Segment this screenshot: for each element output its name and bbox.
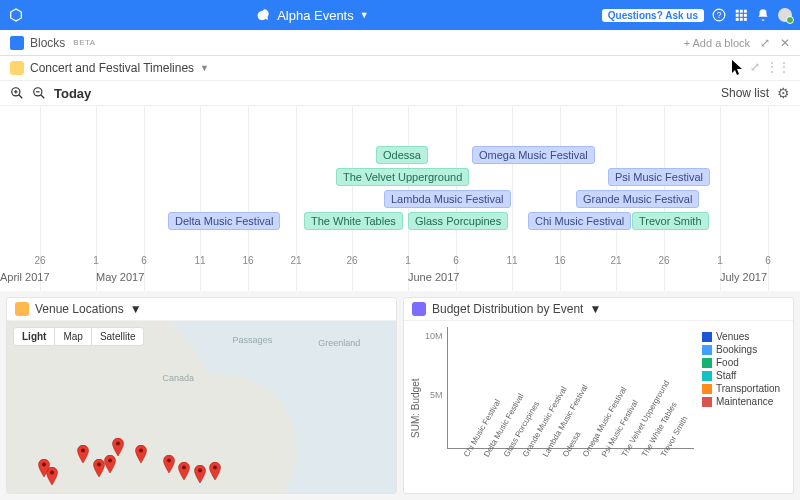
close-icon[interactable]: ✕ — [780, 36, 790, 50]
svg-rect-7 — [744, 14, 747, 17]
timeline-event[interactable]: Odessa — [376, 146, 428, 164]
map-pin[interactable] — [112, 438, 124, 450]
zoom-out-icon[interactable] — [32, 86, 46, 100]
timeline-event[interactable]: Chi Music Festival — [528, 212, 631, 230]
svg-line-16 — [41, 95, 45, 99]
budget-chip-icon — [412, 302, 426, 316]
expand-icon[interactable]: ⤢ — [760, 36, 770, 50]
user-avatar[interactable] — [778, 8, 792, 22]
timeline-event[interactable]: Psi Music Festival — [608, 168, 710, 186]
cursor-icon — [732, 60, 744, 76]
timeline-event[interactable]: The Velvet Upperground — [336, 168, 469, 186]
timeline-event[interactable]: Grande Music Festival — [576, 190, 699, 208]
svg-point-22 — [139, 448, 143, 452]
venue-chip-icon — [15, 302, 29, 316]
map-pin[interactable] — [38, 459, 50, 471]
timeline-day-tick: 16 — [242, 255, 253, 266]
lower-panels: Venue Locations ▼ Canada Passages Greenl… — [0, 291, 800, 500]
workspace-switcher[interactable]: Alpha Events ▼ — [24, 8, 602, 23]
svg-text:?: ? — [717, 11, 722, 20]
svg-point-20 — [108, 459, 112, 463]
caret-down-icon[interactable]: ▼ — [130, 302, 142, 316]
timeline-event[interactable]: Trevor Smith — [632, 212, 709, 230]
legend-item[interactable]: Bookings — [702, 344, 785, 355]
timeline-day-tick: 6 — [141, 255, 147, 266]
svg-rect-3 — [740, 10, 743, 13]
svg-point-25 — [198, 469, 202, 473]
caret-down-icon[interactable]: ▼ — [589, 302, 601, 316]
map-mode-map[interactable]: Map — [54, 328, 90, 345]
timeline-event[interactable]: Delta Music Festival — [168, 212, 280, 230]
app-name: Alpha Events — [277, 8, 354, 23]
legend-item[interactable]: Staff — [702, 370, 785, 381]
venue-locations-panel: Venue Locations ▼ Canada Passages Greenl… — [6, 297, 397, 494]
y-axis-label: SUM: Budget — [408, 327, 423, 489]
venue-block-title[interactable]: Venue Locations — [35, 302, 124, 316]
svg-rect-9 — [740, 18, 743, 21]
map-pin[interactable] — [93, 459, 105, 471]
legend-item[interactable]: Venues — [702, 331, 785, 342]
timeline-event[interactable]: Omega Music Festival — [472, 146, 595, 164]
add-block-button[interactable]: + Add a block — [684, 37, 750, 49]
timeline-event[interactable]: The White Tables — [304, 212, 403, 230]
show-list-button[interactable]: Show list — [721, 86, 769, 100]
map-mode-segmented[interactable]: Light Map Satellite — [13, 327, 144, 346]
svg-point-27 — [50, 471, 54, 475]
legend-item[interactable]: Maintenance — [702, 396, 785, 407]
map-canvas[interactable]: Canada Passages Greenland Light Map Sate… — [7, 321, 396, 493]
svg-point-26 — [213, 466, 217, 470]
map-pin[interactable] — [77, 445, 89, 457]
today-button[interactable]: Today — [54, 86, 91, 101]
map-pin[interactable] — [178, 462, 190, 474]
timeline-event[interactable]: Lambda Music Festival — [384, 190, 511, 208]
map-pin[interactable] — [163, 455, 175, 467]
budget-chart: SUM: Budget 10M 5M Chi Music FestivalDel… — [404, 321, 793, 493]
map-mode-light[interactable]: Light — [14, 328, 54, 345]
apps-grid-icon[interactable] — [734, 8, 748, 22]
svg-point-21 — [116, 441, 120, 445]
drag-handle-icon[interactable]: ⋮⋮ — [766, 60, 790, 76]
svg-rect-6 — [740, 14, 743, 17]
expand-block-icon[interactable]: ⤢ — [750, 60, 760, 76]
gear-icon[interactable]: ⚙ — [777, 85, 790, 101]
map-region-label: Passages — [233, 335, 273, 345]
budget-block-title[interactable]: Budget Distribution by Event — [432, 302, 583, 316]
map-pin[interactable] — [194, 465, 206, 477]
timeline-event[interactable]: Glass Porcupines — [408, 212, 508, 230]
timeline-day-tick: 6 — [453, 255, 459, 266]
timeline-month-label: April 2017 — [0, 271, 50, 283]
notifications-icon[interactable] — [756, 8, 770, 22]
chart-legend: VenuesBookingsFoodStaffTransportationMai… — [694, 327, 789, 489]
svg-point-19 — [97, 462, 101, 466]
map-pin[interactable] — [135, 445, 147, 457]
timeline-block-title[interactable]: Concert and Festival Timelines — [30, 61, 194, 75]
timeline-canvas[interactable]: OdessaOmega Music FestivalThe Velvet Upp… — [0, 106, 800, 291]
budget-distribution-panel: Budget Distribution by Event ▼ SUM: Budg… — [403, 297, 794, 494]
svg-rect-4 — [744, 10, 747, 13]
timeline-month-label: July 2017 — [720, 271, 767, 283]
rocket-icon — [257, 8, 271, 22]
app-logo[interactable] — [8, 7, 24, 23]
topbar: Alpha Events ▼ Questions? Ask us ? — [0, 0, 800, 30]
caret-down-icon[interactable]: ▼ — [200, 63, 209, 73]
legend-item[interactable]: Transportation — [702, 383, 785, 394]
svg-line-12 — [19, 95, 23, 99]
timeline-controls: Today Show list ⚙ — [0, 81, 800, 106]
legend-item[interactable]: Food — [702, 357, 785, 368]
svg-point-23 — [167, 459, 171, 463]
timeline-day-tick: 26 — [346, 255, 357, 266]
zoom-in-icon[interactable] — [10, 86, 24, 100]
ask-us-button[interactable]: Questions? Ask us — [602, 9, 704, 22]
svg-rect-5 — [736, 14, 739, 17]
help-icon[interactable]: ? — [712, 8, 726, 22]
timeline-day-tick: 16 — [554, 255, 565, 266]
blocks-logo-icon — [10, 36, 24, 50]
svg-rect-2 — [736, 10, 739, 13]
map-country-label: Canada — [163, 373, 195, 383]
map-pin[interactable] — [104, 455, 116, 467]
map-mode-satellite[interactable]: Satellite — [91, 328, 144, 345]
timeline-block-header: Concert and Festival Timelines ▼ ⤢ ⋮⋮ — [0, 56, 800, 81]
y-tick: 10M — [425, 331, 443, 341]
map-pin[interactable] — [209, 462, 221, 474]
map-country-label: Greenland — [318, 338, 360, 348]
